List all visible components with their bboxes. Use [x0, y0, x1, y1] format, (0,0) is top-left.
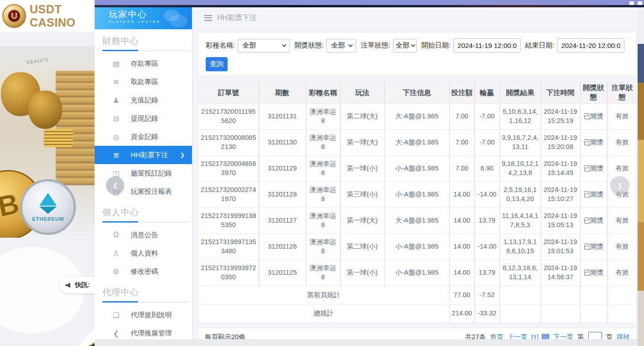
window-icon	[638, 1, 642, 5]
draw-status-select[interactable]: 全部	[326, 39, 356, 53]
summary-empty-cell	[580, 304, 607, 323]
sidebar-item-label: 修改密碼	[131, 267, 158, 276]
page-header: HH彩票下注	[192, 7, 638, 28]
sidebar-item-cashout[interactable]: ⊟提現記錄	[95, 109, 192, 128]
bet-records-table: 訂單號期數彩種名稱玩法下注信息投注額輸贏開獎結果下注時間開獎狀態注單狀態 215…	[198, 82, 637, 323]
table-cell: 2152173199971353480	[198, 234, 259, 260]
summary-winloss-total: -7.52	[474, 286, 500, 304]
summary-empty-cell	[580, 286, 607, 304]
sidebar-item-label: 資金記錄	[131, 133, 158, 141]
start-date-label: 開始日期:	[421, 41, 451, 50]
ethereum-label: ETHEREUM	[32, 216, 64, 222]
table-cell: 大-A盤@1.985	[384, 130, 449, 156]
table-cell: 2024-11-19 15:10:27	[541, 182, 580, 208]
background-panel: KB46275 B ETHEREUM	[0, 0, 95, 346]
table-cell: 8,12,3,18,6,13,1,14	[500, 260, 541, 286]
table-row: 215217319993972035031201125澳洲幸运8第一球(小)小-…	[198, 260, 637, 286]
gear-icon: ⚙	[112, 267, 121, 276]
table-cell: 2152173200080852130	[198, 130, 259, 156]
panel-collapse-button[interactable]: ❯	[610, 176, 629, 195]
table-row: 215217319997135348031201126澳洲幸运8第二球(小)小-…	[198, 234, 637, 260]
window-icon	[629, 1, 634, 5]
table-cell: 6.90	[474, 156, 500, 182]
summary-label: 當前頁統計	[198, 286, 449, 304]
summary-empty-cell	[500, 304, 541, 323]
summary-winloss-total: -33.32	[474, 304, 500, 323]
table-cell: 第一球(小)	[340, 260, 384, 286]
start-date-input[interactable]	[453, 38, 521, 53]
table-cell: 第二球(大)	[340, 104, 384, 130]
column-header: 下注時間	[541, 82, 580, 104]
menu-toggle-icon[interactable]	[204, 15, 212, 21]
ticker-label: 快訊:	[75, 281, 90, 289]
table-cell: -7.00	[474, 130, 500, 156]
sidebar-item-funds[interactable]: ◎資金記錄	[95, 128, 192, 146]
section-underline	[102, 222, 189, 223]
column-header: 投注額	[449, 82, 474, 104]
table-row: 215217319999138535031201127澳洲幸运8第一球(大)大-…	[198, 208, 637, 234]
sidebar-item-user[interactable]: ♙個人資料	[95, 244, 192, 262]
table-cell: 有效	[607, 260, 637, 286]
table-cell: 2024-11-19 15:05:13	[541, 208, 580, 234]
table-cell: 澳洲幸运8	[306, 156, 340, 182]
lottery-name-select[interactable]: 全部	[238, 39, 290, 53]
summary-bet-total: 77.00	[449, 286, 474, 304]
coin-stack-backdrop	[56, 71, 95, 185]
table-cell: 5,10,8,3,14,1,16,12	[500, 104, 541, 130]
table-cell: 2024-11-19 15:25:19	[541, 104, 580, 130]
table-cell: 13.79	[474, 260, 500, 286]
summary-empty-cell	[541, 304, 580, 323]
sidebar-item-label: 充值記錄	[131, 96, 158, 105]
column-header: 開獎狀態	[580, 82, 607, 104]
sidebar-item-lottery[interactable]: ≣HH彩票下注❯	[95, 146, 192, 164]
sidebar-item-document[interactable]: ❏代理規則說明	[95, 306, 192, 324]
summary-row: 總統計214.00-33.32	[198, 304, 637, 323]
summary-empty-cell	[607, 304, 637, 323]
table-cell: 31201126	[259, 234, 306, 260]
bell-icon: Ω	[112, 231, 121, 239]
section-heading: 個人中心	[95, 201, 192, 222]
table-row: 215217320004856397031201129澳洲幸运8第一球(小)小-…	[198, 156, 637, 182]
sidebar-item-deposit[interactable]: ▤存款專區	[95, 54, 192, 73]
table-cell: 澳洲幸运8	[306, 182, 340, 208]
table-cell: 澳洲幸运8	[306, 208, 340, 234]
bet-records-table-card: 訂單號期數彩種名稱玩法下注信息投注額輸贏開獎結果下注時間開獎狀態注單狀態 215…	[198, 82, 637, 323]
table-cell: 2024-11-19 15:20:08	[541, 130, 580, 156]
table-cell: 澳洲幸运8	[306, 130, 340, 156]
table-cell: 11,16,4,14,17,8,5,3	[500, 208, 541, 234]
sidebar-item-gear[interactable]: ⚙修改密碼	[95, 262, 192, 281]
recharge-icon: ♟	[112, 96, 121, 105]
money-bag	[28, 90, 62, 129]
table-cell: 2024-11-19 14:56:37	[541, 260, 580, 286]
table-cell: 已開獎	[580, 104, 607, 130]
table-row: 215217320011195562031201131澳洲幸运8第二球(大)大-…	[198, 104, 637, 130]
sidebar-collapse-button[interactable]: ❮	[106, 176, 124, 195]
news-ticker[interactable]: 快訊:	[59, 277, 95, 293]
column-header: 注單狀態	[607, 82, 637, 104]
sidebar-item-label: 玩家投注報表	[131, 187, 172, 196]
table-cell: 31201125	[259, 260, 306, 286]
sidebar-item-withdraw[interactable]: ≋取款專區	[95, 73, 192, 91]
section-heading: 財務中心	[95, 29, 192, 50]
sidebar-item-label: 個人資料	[131, 249, 158, 258]
table-cell: 31201131	[259, 104, 306, 130]
table-cell: 第三球(小)	[340, 182, 384, 208]
summary-empty-cell	[541, 286, 580, 304]
table-cell: 7.00	[449, 156, 474, 182]
table-cell: 2024-11-19 15:01:53	[541, 234, 580, 260]
order-status-select[interactable]: 全部	[393, 39, 417, 53]
table-cell: 已開獎	[580, 234, 607, 260]
table-cell: 2152173199991385350	[198, 208, 259, 234]
summary-empty-cell	[607, 286, 637, 304]
gamepad-icon	[169, 15, 187, 27]
search-button[interactable]: 查詢	[206, 57, 228, 71]
sidebar-item-bell[interactable]: Ω消息公告	[95, 226, 192, 244]
table-cell: 有效	[607, 208, 637, 234]
end-date-input[interactable]	[557, 38, 624, 53]
table-cell: 7.00	[449, 104, 474, 130]
end-date-label: 結束日期:	[525, 41, 554, 50]
sidebar-item-recharge[interactable]: ♟充值記錄	[95, 91, 192, 109]
table-cell: 2024-11-19 15:14:45	[541, 156, 580, 182]
table-cell: 7.00	[449, 130, 474, 156]
lottery-icon: ≣	[112, 151, 121, 160]
